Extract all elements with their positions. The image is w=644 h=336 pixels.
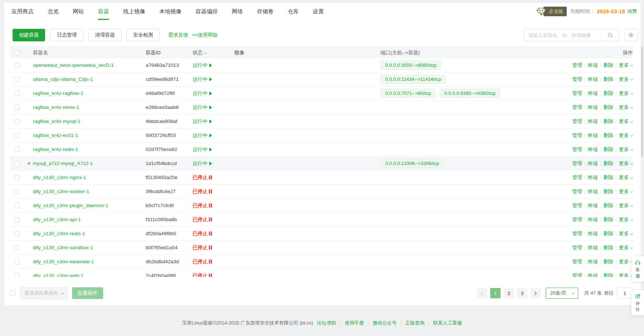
- nav-item-网络[interactable]: 网络: [232, 3, 243, 20]
- container-name-link[interactable]: dify_v130_c3mr-redis-1: [33, 231, 85, 236]
- action-删除[interactable]: 删除: [603, 62, 613, 69]
- action-管理[interactable]: 管理: [572, 146, 582, 153]
- action-终端[interactable]: 终端: [588, 118, 598, 125]
- action-管理[interactable]: 管理: [572, 244, 582, 251]
- action-终端[interactable]: 终端: [588, 258, 598, 265]
- action-更多[interactable]: 更多: [619, 258, 633, 265]
- action-删除[interactable]: 删除: [603, 160, 613, 167]
- action-管理[interactable]: 管理: [572, 76, 582, 83]
- nav-item-存储卷[interactable]: 存储卷: [257, 3, 274, 20]
- row-checkbox[interactable]: [14, 245, 20, 250]
- action-终端[interactable]: 终端: [588, 62, 598, 69]
- header-status-filter[interactable]: 状态: [193, 49, 234, 56]
- container-name-link[interactable]: dify_v130_c3mr-nginx-1: [33, 175, 86, 180]
- action-删除[interactable]: 删除: [603, 216, 613, 223]
- action-更多[interactable]: 更多: [619, 146, 633, 153]
- action-更多[interactable]: 更多: [619, 272, 633, 277]
- batch-execute-button[interactable]: 批量操作: [72, 287, 103, 299]
- action-更多[interactable]: 更多: [619, 76, 633, 83]
- footer-link-微信公众号[interactable]: 微信公众号: [373, 320, 397, 326]
- action-终端[interactable]: 终端: [588, 76, 598, 83]
- scrollbar-thumb[interactable]: [641, 47, 643, 157]
- action-删除[interactable]: 删除: [603, 230, 613, 237]
- container-name-link[interactable]: mysql_a7z2-mysql_A7z2-1: [33, 161, 93, 166]
- footer-link-正版查询[interactable]: 正版查询: [405, 320, 424, 326]
- action-终端[interactable]: 终端: [588, 132, 598, 139]
- action-终端[interactable]: 终端: [588, 90, 598, 97]
- action-终端[interactable]: 终端: [588, 188, 598, 195]
- page-number-button[interactable]: 1: [490, 288, 501, 298]
- footer-link-联系人工客服[interactable]: 联系人工客服: [433, 320, 462, 326]
- action-删除[interactable]: 删除: [603, 244, 613, 251]
- action-终端[interactable]: 终端: [588, 272, 598, 277]
- action-删除[interactable]: 删除: [603, 174, 613, 181]
- row-checkbox[interactable]: [14, 91, 20, 96]
- row-checkbox[interactable]: [14, 161, 20, 166]
- action-删除[interactable]: 删除: [603, 132, 613, 139]
- container-name-link[interactable]: dify_v130_c3mr-sandbox-1: [33, 245, 93, 250]
- nav-item-总览[interactable]: 总览: [48, 3, 59, 20]
- container-name-link[interactable]: dify_v130_c3mr-worker-1: [33, 189, 89, 194]
- action-删除[interactable]: 删除: [603, 258, 613, 265]
- goto-page-input[interactable]: [617, 288, 633, 299]
- container-name-link[interactable]: dify_v130_c3mr-plugin_daemon-1: [33, 203, 108, 208]
- container-name-link[interactable]: ragflow_kr4z-minio-1: [33, 104, 79, 110]
- action-管理[interactable]: 管理: [572, 272, 582, 277]
- action-更多[interactable]: 更多: [619, 132, 633, 139]
- action-终端[interactable]: 终端: [588, 244, 598, 251]
- action-终端[interactable]: 终端: [588, 146, 598, 153]
- action-更多[interactable]: 更多: [619, 118, 633, 125]
- action-更多[interactable]: 更多: [619, 216, 633, 223]
- security-check-button[interactable]: 安全检测: [126, 29, 160, 41]
- row-checkbox[interactable]: [14, 147, 20, 152]
- row-checkbox[interactable]: [14, 273, 20, 277]
- action-更多[interactable]: 更多: [619, 244, 633, 251]
- row-checkbox[interactable]: [14, 105, 20, 110]
- row-checkbox[interactable]: [14, 189, 20, 194]
- create-container-button[interactable]: 创建容器: [13, 29, 45, 41]
- row-checkbox[interactable]: [14, 203, 20, 208]
- action-终端[interactable]: 终端: [588, 174, 598, 181]
- container-name-link[interactable]: ragflow_kr4z-es01-1: [33, 133, 78, 138]
- page-number-button[interactable]: 3: [517, 288, 527, 298]
- renew-link[interactable]: 续费: [627, 8, 637, 15]
- settings-button[interactable]: [624, 29, 638, 41]
- container-name-link[interactable]: dify_v130_c3mr-api-1: [33, 217, 81, 222]
- action-管理[interactable]: 管理: [572, 258, 582, 265]
- nav-item-线上镜像[interactable]: 线上镜像: [123, 3, 145, 20]
- action-删除[interactable]: 删除: [603, 188, 613, 195]
- action-终端[interactable]: 终端: [588, 230, 598, 237]
- action-删除[interactable]: 删除: [603, 118, 613, 125]
- action-管理[interactable]: 管理: [572, 160, 582, 167]
- action-更多[interactable]: 更多: [619, 188, 633, 195]
- row-checkbox[interactable]: [14, 77, 20, 82]
- action-终端[interactable]: 终端: [588, 160, 598, 167]
- action-更多[interactable]: 更多: [619, 202, 633, 209]
- clean-container-button[interactable]: 清理容器: [88, 29, 122, 41]
- action-删除[interactable]: 删除: [603, 76, 613, 83]
- prev-page-button[interactable]: [477, 288, 487, 298]
- action-删除[interactable]: 删除: [603, 202, 613, 209]
- action-终端[interactable]: 终端: [588, 104, 598, 111]
- container-name-link[interactable]: dify_v130_c3mr-weaviate-1: [33, 259, 94, 264]
- action-终端[interactable]: 终端: [588, 216, 598, 223]
- nav-item-设置[interactable]: 设置: [313, 3, 324, 20]
- action-管理[interactable]: 管理: [572, 202, 582, 209]
- action-终端[interactable]: 终端: [588, 202, 598, 209]
- row-checkbox[interactable]: [14, 133, 20, 138]
- review-float-button[interactable]: 评价: [631, 290, 644, 315]
- batch-select-all-checkbox[interactable]: [10, 291, 15, 296]
- action-更多[interactable]: 更多: [619, 90, 633, 97]
- action-管理[interactable]: 管理: [572, 230, 582, 237]
- action-管理[interactable]: 管理: [572, 216, 582, 223]
- action-管理[interactable]: 管理: [572, 104, 582, 111]
- row-checkbox[interactable]: [14, 259, 20, 264]
- action-删除[interactable]: 删除: [603, 104, 613, 111]
- row-checkbox[interactable]: [14, 175, 20, 180]
- row-checkbox[interactable]: [14, 119, 20, 124]
- row-checkbox[interactable]: [14, 63, 20, 68]
- action-更多[interactable]: 更多: [619, 62, 633, 69]
- container-name-link[interactable]: ragflow_kr4z-ragflow-1: [33, 90, 84, 96]
- footer-link-使用手册[interactable]: 使用手册: [345, 320, 364, 326]
- feedback-link[interactable]: 需求反馈: [168, 32, 188, 38]
